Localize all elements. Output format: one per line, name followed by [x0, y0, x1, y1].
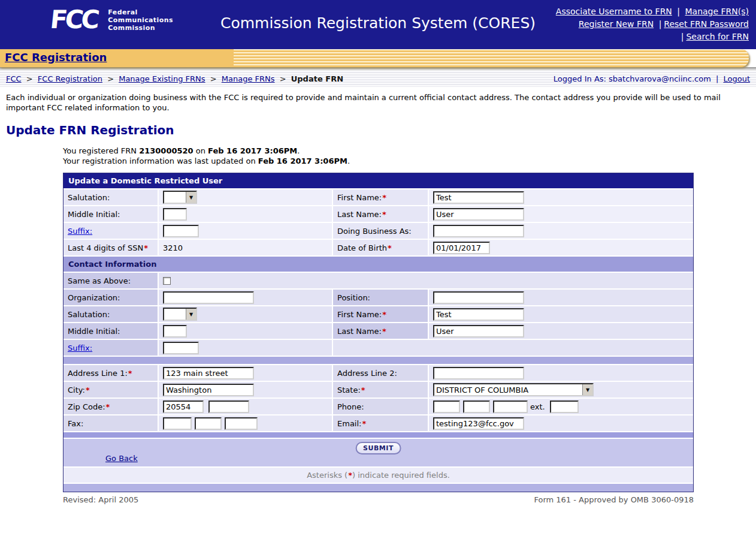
email-label: Email:*	[333, 415, 428, 431]
organization-input[interactable]	[163, 291, 254, 304]
logo-line-federal: Federal	[108, 8, 173, 16]
contact-salutation-cell: ▼	[159, 306, 332, 322]
same-as-above-label: Same as Above:	[63, 273, 158, 288]
breadcrumb-manage-existing-frns-link[interactable]: Manage Existing FRNs	[119, 74, 205, 83]
row-contact-middleinitial-lastname: Middle Initial: Last Name:*	[63, 323, 693, 339]
address2-cell	[429, 365, 693, 381]
phone-prefix-input[interactable]	[463, 400, 490, 413]
contact-suffix-label: Suffix:	[63, 340, 158, 356]
chevron-down-icon: ▼	[582, 384, 592, 395]
submit-button[interactable]: SUBMIT	[355, 442, 401, 454]
city-input[interactable]	[163, 384, 254, 396]
note-text-post: ) indicate required fields.	[352, 471, 450, 480]
register-new-frn-link[interactable]: Register New FRN	[579, 19, 654, 29]
same-as-above-checkbox[interactable]	[163, 277, 171, 285]
registered-date: Feb 16 2017 3:06PM	[208, 146, 297, 155]
address2-input[interactable]	[433, 367, 524, 380]
state-select[interactable]: DISTRICT OF COLUMBIA▼	[433, 383, 594, 396]
breadcrumb-separator: >	[210, 74, 217, 83]
address1-input[interactable]	[163, 367, 254, 380]
row-organization-position: Organization: Position:	[63, 290, 693, 305]
zip-label: Zip Code: *	[63, 399, 158, 414]
position-input[interactable]	[433, 291, 524, 304]
zip-plus4-input[interactable]	[208, 400, 249, 413]
contact-suffix-input[interactable]	[163, 342, 199, 354]
period: .	[347, 156, 350, 165]
contact-first-name-input[interactable]	[433, 308, 524, 321]
salutation-select[interactable]: ▼	[163, 191, 197, 204]
row-contact-suffix: Suffix:	[63, 340, 693, 356]
updated-line: Your registration information was last u…	[63, 156, 756, 166]
fcc-registration-link[interactable]: FCC Registration	[5, 51, 107, 64]
suffix-input[interactable]	[163, 225, 199, 237]
required-asterisk: *	[382, 327, 386, 336]
search-for-frn-link[interactable]: Search for FRN	[686, 32, 749, 41]
gold-bar: FCC Registration	[0, 49, 749, 67]
logged-in-text: Logged In As: sbatchvarova@nciinc.com	[554, 74, 711, 83]
nav-separator: |	[677, 7, 680, 16]
header-nav-line-2: Register New FRN |Reset FRN Password	[556, 18, 749, 31]
email-input[interactable]	[433, 417, 524, 430]
first-name-input[interactable]	[433, 191, 524, 204]
frn-number: 2130000520	[139, 146, 193, 155]
first-name-label-text: First Name:	[337, 193, 382, 202]
same-as-above-label-text: Same as Above:	[68, 276, 131, 285]
zip-cell	[159, 399, 332, 414]
contact-suffix-link[interactable]: Suffix:	[68, 344, 92, 353]
row-fax-email: Fax: Email:*	[63, 415, 693, 431]
breadcrumb: FCC > FCC Registration > Manage Existing…	[6, 74, 343, 83]
banner: FCC Registration	[0, 49, 756, 67]
zip-code-input[interactable]	[163, 400, 204, 413]
phone-area-input[interactable]	[433, 400, 460, 413]
phone-ext-input[interactable]	[550, 400, 579, 413]
breadcrumb-fcc-link[interactable]: FCC	[6, 74, 22, 83]
logout-link[interactable]: Logout	[723, 74, 750, 83]
salutation-label-text: Salutation:	[68, 193, 110, 202]
required-asterisk: *	[348, 471, 352, 480]
header-nav-line-1: Associate Username to FRN | Manage FRN(s…	[556, 5, 749, 18]
updated-line-text: Your registration information was last u…	[63, 156, 256, 165]
last-name-input[interactable]	[433, 208, 524, 221]
breadcrumb-manage-frns-link[interactable]: Manage FRNs	[222, 74, 275, 83]
associate-username-to-frn-link[interactable]: Associate Username to FRN	[556, 7, 672, 16]
contact-last-name-label-text: Last Name:	[337, 327, 382, 336]
contact-salutation-label: Salutation:	[63, 306, 158, 322]
salutation-label: Salutation:	[63, 189, 158, 205]
dba-cell	[429, 223, 693, 239]
middle-initial-input[interactable]	[163, 208, 187, 221]
row-zip-phone: Zip Code: * Phone: ext.	[63, 399, 693, 414]
organization-label-text: Organization:	[68, 293, 120, 302]
fax-line-input[interactable]	[225, 417, 258, 430]
fax-area-input[interactable]	[163, 417, 192, 430]
phone-line-input[interactable]	[493, 400, 528, 413]
last-name-cell	[429, 206, 693, 222]
contact-last-name-label: Last Name:*	[333, 323, 428, 339]
required-asterisk: *	[361, 386, 365, 395]
middle-initial-label-text: Middle Initial:	[68, 210, 120, 219]
contact-salutation-select[interactable]: ▼	[163, 308, 197, 321]
contact-last-name-input[interactable]	[433, 325, 524, 338]
suffix-link[interactable]: Suffix:	[68, 227, 92, 236]
go-back-link[interactable]: Go Back	[105, 454, 138, 463]
position-label-text: Position:	[337, 293, 370, 302]
header-nav: Associate Username to FRN | Manage FRN(s…	[556, 5, 749, 43]
contact-salutation-select-value	[164, 309, 186, 320]
contact-middle-initial-input[interactable]	[163, 325, 187, 338]
email-label-text: Email:	[337, 419, 361, 428]
ssn-label: Last 4 digits of SSN*	[63, 240, 158, 255]
logged-in-status: Logged In As: sbatchvarova@nciinc.com | …	[554, 74, 750, 83]
dob-input[interactable]	[433, 242, 490, 254]
reset-frn-password-link[interactable]: Reset FRN Password	[664, 19, 749, 29]
fax-prefix-input[interactable]	[195, 417, 222, 430]
row-salutation-firstname: Salutation: ▼ First Name:*	[63, 189, 693, 205]
registered-line-on: on	[196, 146, 205, 155]
intro-paragraph: Each individual or organization doing bu…	[6, 92, 739, 113]
dba-input[interactable]	[433, 225, 524, 237]
breadcrumb-separator: >	[107, 74, 114, 83]
required-asterisk: *	[106, 402, 110, 411]
fax-label-text: Fax:	[68, 419, 83, 428]
manage-frns-link[interactable]: Manage FRN(s)	[685, 7, 749, 16]
breadcrumb-fcc-registration-link[interactable]: FCC Registration	[38, 74, 102, 83]
update-frn-form: Update a Domestic Restricted User Saluta…	[63, 173, 694, 492]
state-select-value: DISTRICT OF COLUMBIA	[434, 384, 582, 395]
